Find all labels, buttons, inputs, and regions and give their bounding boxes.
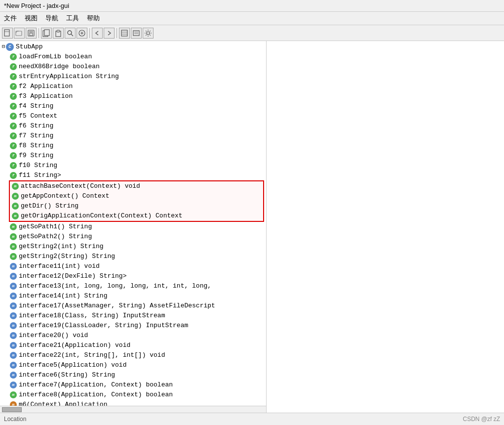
field-icon: f bbox=[10, 132, 17, 139]
list-item[interactable]: f f3 Application bbox=[0, 91, 266, 101]
interface-method-icon: m bbox=[10, 302, 17, 309]
list-item[interactable]: f f5 Context bbox=[0, 111, 266, 121]
field-icon: f bbox=[10, 73, 17, 80]
toolbar bbox=[0, 25, 504, 41]
list-item[interactable]: m interface6(String) String bbox=[0, 370, 266, 380]
svg-rect-18 bbox=[133, 31, 139, 36]
main-content: ⊟ C StubApp f loadFromLib boolean f need… bbox=[0, 41, 504, 413]
interface-method-icon: m bbox=[10, 293, 17, 299]
list-item[interactable]: f f8 String bbox=[0, 141, 266, 151]
list-item[interactable]: f f2 Application bbox=[0, 82, 266, 91]
svg-rect-7 bbox=[44, 30, 49, 36]
field-icon: f bbox=[10, 123, 17, 129]
method-icon: m bbox=[12, 193, 19, 200]
field-icon: f bbox=[10, 162, 17, 169]
log-button[interactable] bbox=[131, 28, 142, 39]
menu-view[interactable]: 视图 bbox=[23, 13, 39, 24]
list-item[interactable]: m interface13(int, long, long, long, int… bbox=[0, 281, 266, 291]
field-icon: f bbox=[10, 83, 17, 90]
sep1 bbox=[39, 28, 39, 38]
menu-nav[interactable]: 导航 bbox=[43, 13, 60, 24]
svg-rect-0 bbox=[4, 30, 9, 36]
menu-tools[interactable]: 工具 bbox=[64, 13, 81, 24]
list-item[interactable]: m getOrigApplicationContext(Context) Con… bbox=[10, 211, 263, 221]
svg-rect-15 bbox=[121, 30, 127, 36]
list-item[interactable]: m getAppContext() Context bbox=[10, 191, 263, 201]
menu-help[interactable]: 帮助 bbox=[85, 13, 102, 24]
menu-bar: 文件 视图 导航 工具 帮助 bbox=[0, 12, 504, 25]
window-title: *New Project - jadx-gui bbox=[4, 2, 69, 9]
list-item[interactable]: f f4 String bbox=[0, 101, 266, 111]
field-icon: f bbox=[10, 113, 17, 120]
list-item[interactable]: m interface5(Application) void bbox=[0, 360, 266, 370]
list-item[interactable]: m interface22(int, String[], int[]) void bbox=[0, 350, 266, 360]
list-item[interactable]: f f9 String bbox=[0, 151, 266, 161]
interface-method-icon: m bbox=[10, 273, 17, 280]
new-button[interactable] bbox=[2, 28, 13, 39]
forward-button[interactable] bbox=[104, 28, 115, 39]
right-panel bbox=[267, 41, 504, 413]
open-button[interactable] bbox=[14, 28, 25, 39]
list-item[interactable]: f loadFromLib boolean bbox=[0, 52, 266, 62]
decompile-button[interactable] bbox=[119, 28, 130, 39]
interface-method-icon: m bbox=[10, 283, 17, 290]
list-item[interactable]: m interface17(AssetManager, String) Asse… bbox=[0, 301, 266, 311]
status-bar: Location CSDN @zf zZ bbox=[0, 413, 504, 425]
svg-rect-5 bbox=[30, 33, 33, 36]
location-label: Location bbox=[4, 416, 26, 423]
interface-method-icon: m bbox=[10, 263, 17, 270]
expand-icon: ⊟ bbox=[2, 42, 5, 51]
svg-point-10 bbox=[68, 31, 72, 35]
field-icon: f bbox=[10, 93, 17, 100]
interface-method-icon: m bbox=[10, 322, 17, 329]
list-item[interactable]: m getSoPath2() String bbox=[0, 232, 266, 242]
list-item[interactable]: f f6 String bbox=[0, 121, 266, 131]
list-item[interactable]: f f7 String bbox=[0, 131, 266, 141]
tree-scroll[interactable]: ⊟ C StubApp f loadFromLib boolean f need… bbox=[0, 41, 266, 406]
list-item[interactable]: m interface19(ClassLoader, String) Input… bbox=[0, 321, 266, 331]
list-item[interactable]: f needX86Bridge boolean bbox=[0, 62, 266, 72]
list-item[interactable]: f f10 String bbox=[0, 161, 266, 170]
menu-file[interactable]: 文件 bbox=[2, 13, 19, 24]
list-item[interactable]: m interface14(int) String bbox=[0, 291, 266, 301]
list-item[interactable]: m interface18(Class, String) InputStream bbox=[0, 311, 266, 321]
list-item[interactable]: m getString2(int) String bbox=[0, 242, 266, 252]
method-icon: m bbox=[12, 183, 19, 190]
list-item[interactable]: m getString2(String) String bbox=[0, 252, 266, 261]
method-icon: m bbox=[12, 203, 19, 210]
watermark: CSDN @zf zZ bbox=[463, 416, 500, 423]
list-item[interactable]: m interface7(Application, Context) boole… bbox=[0, 380, 266, 390]
list-item[interactable]: m interface8(Application, Context) boole… bbox=[0, 390, 266, 400]
hscroll-bar[interactable] bbox=[0, 406, 266, 413]
svg-line-11 bbox=[71, 34, 73, 36]
paste-button[interactable] bbox=[53, 28, 64, 39]
ref-button[interactable] bbox=[77, 28, 87, 39]
list-item[interactable]: m interface11(int) void bbox=[0, 261, 266, 271]
interface-method-icon: m bbox=[10, 352, 17, 359]
title-bar: *New Project - jadx-gui bbox=[0, 0, 504, 12]
save-button[interactable] bbox=[26, 28, 37, 39]
copy-button[interactable] bbox=[41, 28, 52, 39]
list-item[interactable]: m attachBaseContext(Context) void bbox=[10, 181, 263, 191]
svg-rect-9 bbox=[57, 30, 60, 32]
tree-root[interactable]: ⊟ C StubApp bbox=[0, 42, 266, 52]
list-item[interactable]: f f11 String> bbox=[0, 170, 266, 180]
root-icon: C bbox=[6, 43, 14, 51]
list-item[interactable]: m getSoPath1() String bbox=[0, 222, 266, 232]
list-item[interactable]: m interface21(Application) void bbox=[0, 340, 266, 350]
method-icon: m bbox=[12, 212, 19, 219]
field-icon: f bbox=[10, 103, 17, 110]
back-button[interactable] bbox=[92, 28, 103, 39]
find-button[interactable] bbox=[65, 28, 76, 39]
settings-button[interactable] bbox=[143, 28, 154, 39]
list-item[interactable]: m interface20() void bbox=[0, 331, 266, 340]
list-item[interactable]: m m6(Context) Application bbox=[0, 400, 266, 406]
interface-method-icon: m bbox=[10, 382, 17, 388]
list-item[interactable]: f strEntryApplication String bbox=[0, 72, 266, 82]
list-item[interactable]: m getDir() String bbox=[10, 201, 263, 211]
interface-method-icon: m bbox=[10, 332, 17, 339]
interface-method-icon: m bbox=[10, 312, 17, 319]
list-item[interactable]: m interface12(DexFile) String> bbox=[0, 271, 266, 281]
method-icon: m bbox=[10, 253, 17, 260]
method-icon: m bbox=[10, 223, 17, 230]
